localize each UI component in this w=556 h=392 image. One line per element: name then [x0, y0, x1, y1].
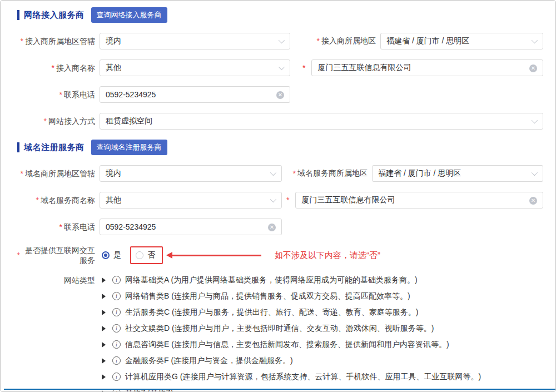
- radio-circle-icon: [102, 251, 110, 259]
- access-region-label: 接入商所属地区: [321, 36, 376, 46]
- access-mode-label: 网站接入方式: [48, 116, 95, 126]
- access-provider-section-header: 网络接入服务商 查询网络接入服务商: [17, 7, 543, 23]
- select-value: 租赁虚拟空间: [106, 116, 152, 126]
- bottom-divider: [4, 389, 555, 390]
- select-value: 福建省 / 厦门市 / 思明区: [378, 168, 461, 178]
- select-value: 境内: [106, 36, 121, 46]
- select-value: 福建省 / 厦门市 / 思明区: [386, 36, 469, 46]
- website-type-item-g: i 计算机应用类G (连接用户与计算资源，包括系统支持、云计算、手机软件、应用工…: [100, 369, 481, 385]
- info-icon[interactable]: i: [112, 340, 121, 349]
- domain-provider-custom-input[interactable]: 厦门三五互联信息有限公司 ✕: [295, 192, 543, 209]
- icp-filing-form: 网络接入服务商 查询网络接入服务商 * 接入商所属地区管辖 境内 * 接入商所属…: [0, 0, 556, 392]
- clear-input-icon[interactable]: ✕: [529, 197, 537, 205]
- input-value: 厦门三五互联信息有限公司: [317, 63, 411, 73]
- clear-input-icon[interactable]: ✕: [276, 91, 284, 99]
- domain-phone-input[interactable]: 0592-5234925 ✕: [100, 219, 282, 235]
- required-asterisk: *: [293, 169, 296, 178]
- expand-triangle-icon[interactable]: [102, 358, 106, 364]
- arrow-head-icon: [166, 252, 172, 259]
- website-type-list: i 网络基础类A (为用户提供网络基础类服务，使得网络应用成为可能的基础类服务商…: [100, 272, 481, 392]
- chevron-down-icon: [279, 37, 285, 43]
- required-asterisk: *: [44, 117, 47, 126]
- access-provider-custom-input[interactable]: 厦门三五互联信息有限公司 ✕: [311, 59, 543, 76]
- domain-region-select[interactable]: 福建省 / 厦门市 / 思明区: [372, 165, 543, 182]
- required-asterisk: *: [21, 37, 23, 46]
- required-asterisk: *: [59, 90, 62, 99]
- access-phone-label: 联系电话: [64, 90, 95, 100]
- info-icon[interactable]: i: [112, 356, 121, 365]
- select-value: 境内: [106, 168, 121, 178]
- domain-region-row: * 域名商所属地区管辖 境内 * 域名服务商所属地区 福建省 / 厦门市 / 思…: [17, 165, 543, 182]
- required-asterisk: *: [302, 63, 305, 72]
- domain-provider-label: 域名服务商名称: [41, 195, 95, 205]
- input-value: 0592-5234925: [106, 90, 156, 99]
- domain-registrar-section-header: 域名注册服务商 查询域名注册服务商: [17, 140, 543, 155]
- website-type-item-c: i 生活服务类C (连接用户与服务，提供出行、旅行、配送、寄递、教育、家庭等服务…: [100, 304, 481, 320]
- website-type-row: 网站类型 i 网络基础类A (为用户提供网络基础类服务，使得网络应用成为可能的基…: [17, 272, 543, 392]
- query-domain-registrar-button[interactable]: 查询域名注册服务商: [91, 140, 167, 155]
- radio-yes-label: 是: [113, 250, 121, 260]
- interactive-service-label: 是否提供互联网交互服务: [22, 245, 95, 265]
- access-provider-select[interactable]: 其他: [100, 59, 290, 76]
- section-accent-bar: [17, 10, 19, 20]
- info-icon[interactable]: i: [112, 373, 121, 381]
- website-type-text: 金融服务类F (连接用户与资金，提供金融服务。): [125, 356, 293, 366]
- access-provider-label: 接入商名称: [56, 63, 95, 73]
- chevron-down-icon: [532, 170, 538, 176]
- access-region-admin-select[interactable]: 境内: [100, 33, 290, 49]
- website-type-text: 社交文娱类D (连接用户与用户，主要包括即时通信、交友互动、游戏休闲、视听服务等…: [125, 324, 434, 334]
- radio-yes[interactable]: 是: [102, 250, 121, 260]
- access-region-select[interactable]: 福建省 / 厦门市 / 思明区: [380, 33, 543, 49]
- required-asterisk: *: [317, 37, 320, 46]
- radio-no[interactable]: 否: [136, 250, 155, 260]
- website-type-text: 计算机应用类G (连接用户与计算资源，包括系统支持、云计算、手机软件、应用工具、…: [125, 372, 481, 382]
- access-phone-input[interactable]: 0592-5234925 ✕: [100, 86, 290, 103]
- required-asterisk: *: [286, 196, 289, 205]
- website-type-text: 网络销售类B (连接用户与商品，提供销售服务、促成双方交易、提高匹配效率等。): [125, 291, 410, 301]
- chevron-down-icon: [532, 117, 538, 123]
- expand-triangle-icon[interactable]: [102, 277, 106, 283]
- select-value: 其他: [106, 63, 121, 73]
- input-value: 0592-5234925: [106, 222, 156, 231]
- arrow-line: [172, 255, 261, 256]
- section-title: 域名注册服务商: [24, 142, 85, 153]
- input-value: 厦门三五互联信息有限公司: [301, 195, 395, 205]
- domain-region-admin-select[interactable]: 境内: [100, 165, 282, 182]
- required-asterisk: *: [21, 169, 23, 178]
- website-type-item-e: i 信息咨询类E (连接用户与信息，主要包括新闻发布、搜索服务、提供新闻和用户内…: [100, 336, 481, 353]
- required-asterisk: *: [17, 251, 20, 260]
- access-provider-name-row: * 接入商名称 其他 * 厦门三五互联信息有限公司 ✕: [17, 59, 543, 76]
- website-type-text: 生活服务类C (连接用户与服务，提供出行、旅行、配送、寄递、教育、家庭等服务。): [125, 307, 418, 317]
- website-type-text: 信息咨询类E (连接用户与信息，主要包括新闻发布、搜索服务、提供新闻和用户内容资…: [125, 340, 449, 350]
- chevron-down-icon: [279, 64, 285, 70]
- access-mode-row: * 网站接入方式 租赁虚拟空间: [17, 113, 543, 130]
- website-type-text: 网络基础类A (为用户提供网络基础类服务，使得网络应用成为可能的基础类服务商。): [125, 275, 418, 285]
- query-access-provider-button[interactable]: 查询网络接入服务商: [91, 7, 167, 23]
- radio-no-label: 否: [147, 250, 155, 260]
- domain-phone-label: 联系电话: [64, 222, 95, 232]
- select-value: 其他: [106, 195, 121, 205]
- info-icon[interactable]: i: [112, 308, 121, 316]
- website-type-item-a: i 网络基础类A (为用户提供网络基础类服务，使得网络应用成为可能的基础类服务商…: [100, 272, 481, 288]
- access-mode-select[interactable]: 租赁虚拟空间: [100, 113, 543, 130]
- domain-region-admin-label: 域名商所属地区管辖: [25, 168, 95, 178]
- clear-input-icon[interactable]: ✕: [268, 224, 276, 231]
- clear-input-icon[interactable]: ✕: [529, 64, 537, 72]
- website-type-item-b: i 网络销售类B (连接用户与商品，提供销售服务、促成双方交易、提高匹配效率等。…: [100, 288, 481, 304]
- website-type-item-f: i 金融服务类F (连接用户与资金，提供金融服务。): [100, 353, 481, 369]
- expand-triangle-icon[interactable]: [102, 294, 106, 299]
- access-phone-row: * 联系电话 0592-5234925 ✕: [17, 86, 543, 103]
- expand-triangle-icon[interactable]: [102, 374, 106, 380]
- domain-provider-select[interactable]: 其他: [100, 192, 282, 209]
- chevron-down-icon: [270, 170, 276, 176]
- required-asterisk: *: [52, 63, 54, 72]
- info-icon[interactable]: i: [112, 324, 121, 333]
- info-icon[interactable]: i: [112, 292, 121, 300]
- no-option-highlight-box: 否: [130, 246, 163, 264]
- annotation-text: 如不涉及以下内容，请选“否”: [275, 250, 380, 261]
- expand-triangle-icon[interactable]: [102, 310, 106, 315]
- expand-triangle-icon[interactable]: [102, 326, 106, 331]
- section-title: 网络接入服务商: [24, 10, 85, 21]
- expand-triangle-icon[interactable]: [102, 342, 106, 348]
- info-icon[interactable]: i: [112, 276, 121, 284]
